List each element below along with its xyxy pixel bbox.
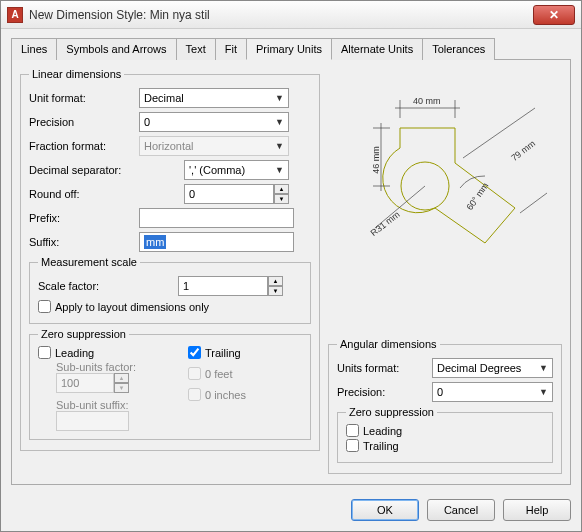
angular-leading-checkbox[interactable]: Leading (346, 424, 544, 437)
angular-zero-suppression-group: Zero suppression Leading Trailing (337, 406, 553, 463)
angular-units-label: Units format: (337, 362, 432, 374)
spinner-up-icon: ▲ (114, 373, 129, 383)
ok-button[interactable]: OK (351, 499, 419, 521)
window-title: New Dimension Style: Min nya stil (29, 8, 210, 22)
titlebar: A New Dimension Style: Min nya stil ✕ (1, 1, 581, 29)
svg-text:R31  mm: R31 mm (369, 209, 402, 238)
spinner-up-icon[interactable]: ▲ (268, 276, 283, 286)
tab-tolerances[interactable]: Tolerances (422, 38, 495, 60)
sub-units-factor-spinner: 100 ▲▼ (56, 373, 188, 393)
precision-label: Precision (29, 116, 139, 128)
svg-text:46  mm: 46 mm (371, 146, 381, 174)
angular-trailing-checkbox[interactable]: Trailing (346, 439, 544, 452)
unit-format-label: Unit format: (29, 92, 139, 104)
zero-inches-checkbox: 0 inches (188, 388, 246, 401)
scale-factor-spinner[interactable]: 1 ▲▼ (178, 276, 283, 296)
svg-line-8 (520, 193, 547, 213)
prefix-input[interactable] (139, 208, 294, 228)
spinner-down-icon[interactable]: ▼ (274, 194, 289, 204)
dimension-preview: 40 mm 46 mm 79 mm 60° mm R31 mm (328, 68, 562, 258)
tab-lines[interactable]: Lines (11, 38, 57, 60)
unit-format-combo[interactable]: Decimal▼ (139, 88, 289, 108)
measurement-scale-legend: Measurement scale (38, 256, 140, 268)
tab-text[interactable]: Text (176, 38, 216, 60)
help-button[interactable]: Help (503, 499, 571, 521)
apply-layout-checkbox[interactable]: Apply to layout dimensions only (38, 300, 302, 313)
fraction-format-combo: Horizontal▼ (139, 136, 289, 156)
prefix-label: Prefix: (29, 212, 139, 224)
measurement-scale-group: Measurement scale Scale factor: 1 ▲▼ App… (29, 256, 311, 324)
close-button[interactable]: ✕ (533, 5, 575, 25)
spinner-down-icon: ▼ (114, 383, 129, 393)
close-icon: ✕ (549, 8, 559, 22)
tab-symbols-arrows[interactable]: Symbols and Arrows (56, 38, 176, 60)
scale-factor-label: Scale factor: (38, 280, 178, 292)
angular-precision-combo[interactable]: 0▼ (432, 382, 553, 402)
spinner-up-icon[interactable]: ▲ (274, 184, 289, 194)
trailing-checkbox[interactable]: Trailing (188, 346, 246, 359)
angular-precision-label: Precision: (337, 386, 432, 398)
chevron-down-icon: ▼ (275, 117, 284, 127)
app-icon: A (7, 7, 23, 23)
zero-suppression-legend: Zero suppression (38, 328, 129, 340)
spinner-down-icon[interactable]: ▼ (268, 286, 283, 296)
suffix-input[interactable]: mm (139, 232, 294, 252)
decimal-separator-label: Decimal separator: (29, 164, 139, 176)
angular-zs-legend: Zero suppression (346, 406, 437, 418)
leading-checkbox[interactable]: Leading (38, 346, 188, 359)
tab-primary-units[interactable]: Primary Units (246, 38, 332, 60)
angular-legend: Angular dimensions (337, 338, 440, 350)
cancel-button[interactable]: Cancel (427, 499, 495, 521)
sub-unit-suffix-label: Sub-unit suffix: (56, 399, 188, 411)
linear-dimensions-group: Linear dimensions Unit format: Decimal▼ … (20, 68, 320, 451)
fraction-format-label: Fraction format: (29, 140, 139, 152)
angular-dimensions-group: Angular dimensions Units format: Decimal… (328, 338, 562, 474)
sub-units-factor-label: Sub-units factor: (56, 361, 188, 373)
decimal-separator-combo[interactable]: ',' (Comma)▼ (184, 160, 289, 180)
linear-legend: Linear dimensions (29, 68, 124, 80)
chevron-down-icon: ▼ (275, 165, 284, 175)
round-off-label: Round off: (29, 188, 139, 200)
svg-text:40  mm: 40 mm (413, 96, 441, 106)
tab-alternate-units[interactable]: Alternate Units (331, 38, 423, 60)
angular-units-combo[interactable]: Decimal Degrees▼ (432, 358, 553, 378)
chevron-down-icon: ▼ (539, 363, 548, 373)
chevron-down-icon: ▼ (275, 93, 284, 103)
svg-text:79  mm: 79 mm (509, 138, 537, 163)
tab-strip: Lines Symbols and Arrows Text Fit Primar… (11, 37, 571, 60)
zero-suppression-group: Zero suppression Leading Sub-units facto… (29, 328, 311, 440)
linear-precision-combo[interactable]: 0▼ (139, 112, 289, 132)
chevron-down-icon: ▼ (539, 387, 548, 397)
tab-fit[interactable]: Fit (215, 38, 247, 60)
chevron-down-icon: ▼ (275, 141, 284, 151)
zero-feet-checkbox: 0 feet (188, 367, 246, 380)
sub-unit-suffix-input (56, 411, 129, 431)
suffix-label: Suffix: (29, 236, 139, 248)
round-off-spinner[interactable]: 0 ▲▼ (184, 184, 289, 204)
svg-text:60°  mm: 60° mm (465, 181, 491, 212)
